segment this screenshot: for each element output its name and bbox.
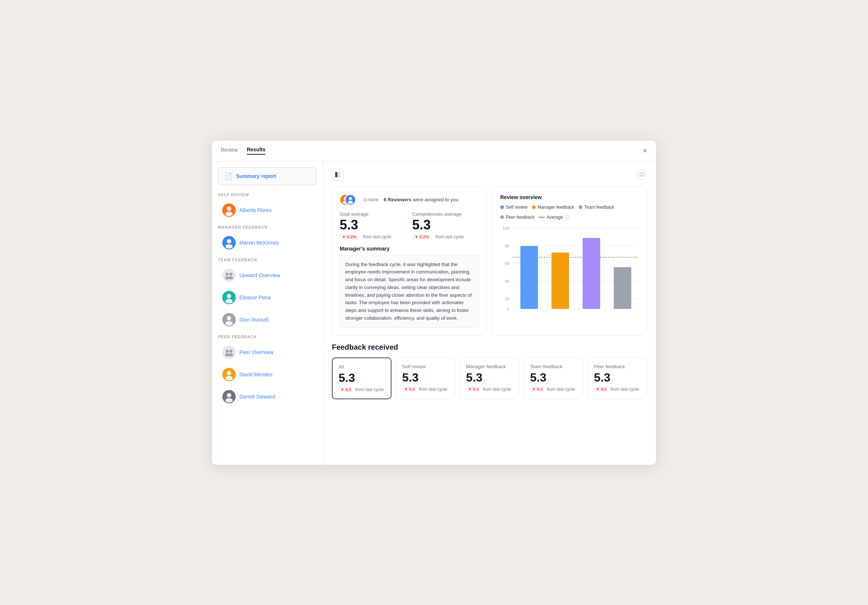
feedback-card-team-feedback[interactable]: Team feedback 5.3 ▼ 0.3 from last cycle [524, 357, 583, 399]
self-review-section: SELF REVIEW Alberta Flores [218, 192, 317, 220]
list-item[interactable]: Dion Russell [218, 309, 317, 330]
svg-point-17 [222, 346, 236, 359]
bar-peer-feedback [614, 267, 631, 309]
list-item[interactable]: Eleanor Pena [218, 287, 317, 308]
feedback-card-all[interactable]: All 5.3 ▼ 0.3 from last cycle [332, 357, 391, 399]
goal-change-badge: ▼ 0.3% [339, 234, 358, 240]
svg-text:60: 60 [505, 261, 510, 266]
svg-text:0: 0 [507, 306, 510, 311]
list-item[interactable]: Upward Overview [218, 265, 317, 285]
list-item[interactable]: Darrell Steward [218, 386, 317, 407]
svg-point-10 [229, 276, 233, 279]
review-overview-chart: Review overview Self review Manager feed… [493, 186, 647, 336]
reviewer-count: 6 Reviewers [384, 197, 411, 202]
peer-feedback-section-label: PEER FEEDBACK [218, 335, 317, 339]
svg-rect-28 [335, 172, 338, 177]
reviewer-suffix: were assigned to you [411, 197, 458, 202]
chart-title: Review overview [500, 194, 639, 200]
avatar [222, 346, 236, 359]
review-modal: Review Results × 📄 Summary report SELF R… [212, 141, 656, 465]
feedback-received-section: Feedback received All 5.3 ▼ 0.3 from las… [332, 343, 647, 399]
person-name: Marvin McKinney [239, 240, 279, 246]
fc-change: ▼ 0.3 from last cycle [594, 386, 641, 392]
avatar [222, 313, 236, 326]
fc-change: ▼ 0.3 from last cycle [466, 386, 513, 392]
svg-point-21 [229, 354, 233, 356]
svg-rect-29 [338, 172, 340, 174]
svg-point-36 [348, 200, 353, 204]
goal-average-label: Goal average [339, 211, 406, 217]
feedback-card-peer-feedback[interactable]: Peer feedback 5.3 ▼ 0.3 from last cycle [587, 357, 647, 399]
fc-value: 5.3 [338, 372, 385, 384]
feedback-card-manager-feedback[interactable]: Manager feedback 5.3 ▼ 0.3 from last cyc… [460, 357, 519, 399]
legend-label: Team feedback [584, 205, 614, 210]
fc-label: Peer feedback [594, 364, 641, 369]
summary-report-label: Summary report [236, 173, 276, 179]
svg-point-15 [227, 316, 231, 320]
sidebar: 📄 Summary report SELF REVIEW Alberta Flo… [212, 161, 323, 465]
manager-feedback-section: MANAGER FEEDBACK Marvin McKinney [218, 225, 317, 253]
stats-row: Goal average 5.3 ▼ 0.3% from last cycle … [339, 211, 479, 240]
legend-info-icon: ⓘ [565, 214, 569, 220]
manager-feedback-section-label: MANAGER FEEDBACK [218, 225, 317, 230]
tab-results[interactable]: Results [247, 147, 266, 155]
svg-point-5 [225, 244, 233, 249]
list-item[interactable]: David Mendes [218, 364, 317, 385]
chart-area: 100 80 60 40 20 0 [500, 225, 639, 314]
svg-point-2 [225, 212, 233, 216]
competencies-average-block: Competencies average 5.3 ▼ 0.3% from las… [412, 211, 479, 240]
svg-rect-30 [338, 175, 340, 177]
team-feedback-section: TEAM FEEDBACK Upward Overview Eleanor Pe… [218, 258, 317, 330]
svg-point-18 [226, 350, 229, 353]
svg-text:20: 20 [505, 296, 510, 301]
stats-card: 3 more 6 Reviewers were assigned to you … [332, 186, 487, 336]
competencies-change-badge: ▼ 0.3% [412, 234, 431, 240]
team-feedback-section-label: TEAM FEEDBACK [218, 258, 317, 262]
legend-dot [500, 216, 504, 219]
legend-peer-feedback: Peer feedback [500, 214, 534, 220]
layout-toggle-button[interactable] [332, 169, 344, 181]
more-count: 3 more [363, 197, 378, 202]
manager-summary-text: During the feedback cycle, it was highli… [339, 255, 479, 328]
person-name: Darrell Steward [239, 394, 275, 400]
legend-label: Average [547, 215, 563, 220]
fc-badge: ▼ 0.3 [594, 386, 608, 392]
info-button[interactable]: ⓘ [637, 169, 647, 180]
avatar [222, 291, 236, 304]
close-button[interactable]: × [643, 147, 647, 155]
svg-point-12 [227, 294, 231, 298]
legend-team-feedback: Team feedback [579, 205, 614, 210]
fc-change: ▼ 0.3 from last cycle [402, 386, 449, 392]
fc-label: All [338, 364, 385, 370]
modal-body: 📄 Summary report SELF REVIEW Alberta Flo… [212, 161, 656, 465]
feedback-card-self-review[interactable]: Self review 5.3 ▼ 0.3 from last cycle [396, 357, 456, 399]
legend-label: Peer feedback [506, 215, 534, 220]
competencies-change-text: from last cycle [436, 234, 464, 239]
svg-point-35 [349, 197, 352, 200]
legend-average: Average ⓘ [539, 214, 569, 220]
chart-legend: Self review Manager feedback Team feedba… [500, 205, 639, 220]
list-item[interactable]: Alberta Flores [218, 200, 317, 220]
svg-point-13 [225, 299, 233, 303]
bar-team-feedback [583, 237, 600, 309]
avatar [222, 390, 236, 403]
feedback-cards: All 5.3 ▼ 0.3 from last cycle Self revie… [332, 357, 647, 399]
legend-manager-feedback: Manager feedback [532, 205, 574, 210]
goal-average-block: Goal average 5.3 ▼ 0.3% from last cycle [339, 211, 406, 240]
legend-label: Manager feedback [538, 205, 574, 210]
list-item[interactable]: Peer Overview [218, 342, 317, 363]
person-name: Peer Overview [239, 349, 273, 355]
fc-label: Self review [402, 364, 449, 369]
list-item[interactable]: Marvin McKinney [218, 233, 317, 253]
fc-label: Team feedback [530, 364, 577, 369]
summary-report-item[interactable]: 📄 Summary report [218, 167, 317, 185]
self-review-section-label: SELF REVIEW [218, 192, 317, 197]
svg-point-24 [225, 376, 233, 380]
fc-badge: ▼ 0.3 [402, 386, 417, 392]
avatar [222, 236, 236, 250]
svg-point-26 [227, 393, 231, 397]
tab-review[interactable]: Review [221, 147, 238, 154]
svg-point-9 [229, 273, 232, 276]
svg-point-16 [225, 321, 233, 326]
svg-point-4 [227, 239, 231, 244]
